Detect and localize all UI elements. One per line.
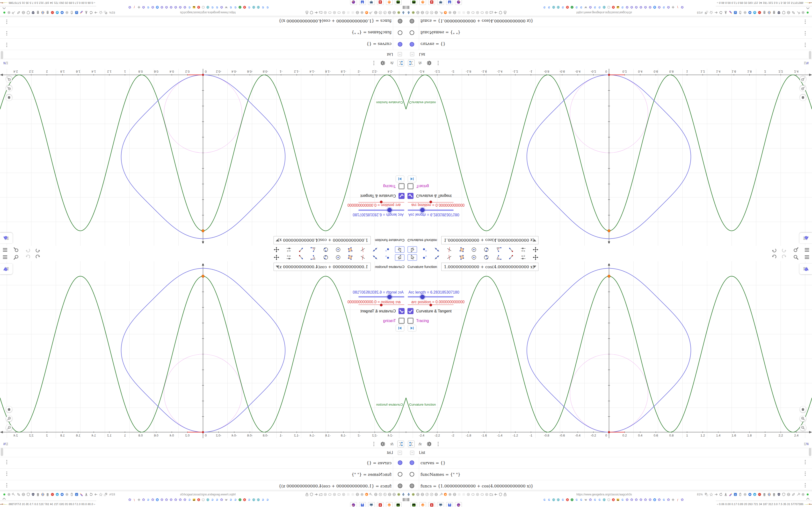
- pinned-tab-firefox[interactable]: [386, 502, 393, 507]
- extension-roundsq-icon[interactable]: [480, 492, 484, 496]
- bookmark-flower-icon[interactable]: [220, 498, 223, 501]
- tool-point-button[interactable]: A: [383, 254, 392, 261]
- curvature-tangent-checkbox[interactable]: [407, 308, 413, 314]
- extension-folder-icon[interactable]: [489, 492, 493, 496]
- url-bar[interactable]: https://www.geogebra.org/classic/aagcxh3…: [176, 11, 239, 14]
- extension-lock-icon[interactable]: [305, 11, 309, 15]
- play-animation-button[interactable]: [408, 325, 416, 332]
- extension-reddot-icon[interactable]: ICF: [51, 11, 55, 15]
- bookmark-info-icon[interactable]: i: [202, 498, 205, 501]
- gear-icon[interactable]: [379, 441, 386, 447]
- bookmark-ya-icon[interactable]: Я: [243, 6, 247, 9]
- pinned-tab-floppy64[interactable]: 64: [359, 502, 366, 507]
- row-kebab-menu-icon[interactable]: [805, 460, 806, 464]
- tool-polygon-button[interactable]: [457, 246, 466, 253]
- bookmark-octo-icon[interactable]: [238, 498, 242, 501]
- extension-mouse-icon[interactable]: [70, 11, 74, 15]
- pinned-tab-red-gear[interactable]: ✽: [377, 502, 384, 507]
- function-dropdown[interactable]: 1.000000000000 + cos(4.000000000000 x): [273, 263, 371, 271]
- extension-wrench-icon[interactable]: [369, 492, 373, 496]
- arc-length-slider[interactable]: [358, 210, 404, 211]
- extension-reddot-icon[interactable]: ICF: [757, 11, 761, 15]
- extension-shielddark-icon[interactable]: UO: [777, 11, 781, 15]
- tool-polygon-button[interactable]: [346, 254, 355, 261]
- auxiliary-objects-icon[interactable]: [2, 441, 9, 447]
- extension-dotcircle-icon[interactable]: [475, 11, 479, 15]
- tool-circle-with-center-button[interactable]: [469, 246, 479, 253]
- extension-shielddark-icon[interactable]: UO: [31, 11, 35, 15]
- bookmark-flower-icon[interactable]: [165, 6, 168, 9]
- extension-leaf-icon[interactable]: [791, 492, 795, 496]
- extension-pen-icon[interactable]: [401, 11, 406, 15]
- zoom-out-button[interactable]: [6, 425, 12, 431]
- extension-firefox-icon[interactable]: [365, 11, 369, 15]
- visibility-marble[interactable]: [398, 472, 402, 476]
- gear-icon[interactable]: [379, 60, 386, 67]
- bookmark-flower-icon[interactable]: [169, 6, 173, 9]
- extension-translate-icon[interactable]: Ax: [104, 11, 108, 15]
- bookmark-flower-icon[interactable]: [179, 498, 182, 501]
- extension-arrowright-icon[interactable]: [714, 492, 718, 496]
- home-button[interactable]: [6, 406, 12, 412]
- function-dropdown[interactable]: 1.000000000000 + cos(4.000000000000 x): [441, 263, 539, 271]
- arc-position-slider-knob[interactable]: [380, 201, 383, 203]
- function-fx-button[interactable]: fx: [388, 60, 395, 67]
- bookmark-ya-icon[interactable]: Я: [565, 6, 569, 9]
- pinned-tab-mask[interactable]: [455, 0, 462, 5]
- extension-updown-icon[interactable]: [55, 492, 59, 496]
- tracing-checkbox[interactable]: [399, 183, 405, 189]
- collapse-group-button[interactable]: −: [410, 451, 414, 455]
- bookmark-gear-icon[interactable]: [671, 6, 675, 9]
- extension-pale-icon[interactable]: [457, 11, 461, 15]
- extension-olive-icon[interactable]: [411, 11, 415, 15]
- algebra-row[interactable]: funcNames = {" "}: [0, 27, 406, 38]
- extension-trash-icon[interactable]: [36, 11, 40, 15]
- extension-dotcircle-icon[interactable]: [485, 492, 489, 496]
- tool-angle-button[interactable]: α: [494, 246, 503, 253]
- extension-download-icon[interactable]: [723, 11, 728, 15]
- tracing-checkbox[interactable]: [407, 318, 413, 324]
- visibility-marble[interactable]: [410, 31, 414, 35]
- extension-leaf-icon[interactable]: [17, 11, 21, 15]
- extension-gauge-icon[interactable]: [429, 11, 434, 15]
- extension-firefox-icon[interactable]: [443, 492, 447, 496]
- extension-dotcircle-icon[interactable]: [342, 492, 346, 496]
- extension-mouse-icon[interactable]: [70, 492, 74, 496]
- arc-position-slider-knob[interactable]: [380, 304, 383, 306]
- bookmark-chat-icon[interactable]: [156, 498, 159, 501]
- stats-collapse-icon[interactable]: «: [94, 1, 95, 4]
- extension-gauge-icon[interactable]: [429, 492, 434, 496]
- bookmark-info-icon[interactable]: i: [607, 498, 610, 501]
- graphics-stylebar-button[interactable]: [0, 264, 12, 274]
- zoom-in-button[interactable]: [6, 86, 12, 92]
- zoom-in-button[interactable]: [800, 86, 806, 92]
- play-animation-button[interactable]: [396, 325, 404, 332]
- extension-reload-icon[interactable]: [719, 492, 723, 496]
- extension-roundsq-icon[interactable]: [337, 11, 341, 15]
- zoom-out-button[interactable]: [6, 76, 12, 82]
- bookmark-flower-icon[interactable]: [648, 6, 652, 9]
- bookmark-info-icon[interactable]: i: [607, 6, 610, 9]
- extension-globe2-icon[interactable]: [41, 492, 45, 496]
- bookmark-flower-icon[interactable]: [635, 498, 638, 501]
- extension-pen-icon[interactable]: [406, 492, 411, 496]
- extension-globe-icon[interactable]: [434, 11, 438, 15]
- visibility-marble[interactable]: [398, 19, 402, 23]
- bookmark-G-icon[interactable]: G: [229, 6, 233, 9]
- algebra-row[interactable]: curves = {}: [0, 457, 406, 469]
- kebab-menu-icon[interactable]: [370, 441, 377, 447]
- extension-pen2-icon[interactable]: [80, 11, 84, 15]
- extension-globe-icon[interactable]: [355, 492, 360, 496]
- algebra-tree-view-button[interactable]: [397, 441, 404, 447]
- bookmark-G-icon[interactable]: G: [146, 6, 150, 9]
- algebra-tree-view-button[interactable]: [408, 441, 415, 447]
- arc-length-slider[interactable]: [358, 296, 404, 297]
- extension-globe-icon[interactable]: [388, 492, 392, 496]
- graphics-view[interactable]: -2.4-2.2-2-1.8-1.6-1.4-1.2-1-0.8-0.6-0.4…: [0, 261, 406, 438]
- pinned-tab-floppy64[interactable]: 64: [359, 0, 366, 5]
- tool-conic-button[interactable]: [481, 246, 491, 253]
- gear-icon[interactable]: [426, 441, 433, 447]
- extension-globe-icon[interactable]: [786, 492, 791, 496]
- bookmark-G-icon[interactable]: G: [561, 498, 564, 501]
- bookmark-gear-icon[interactable]: [137, 498, 141, 501]
